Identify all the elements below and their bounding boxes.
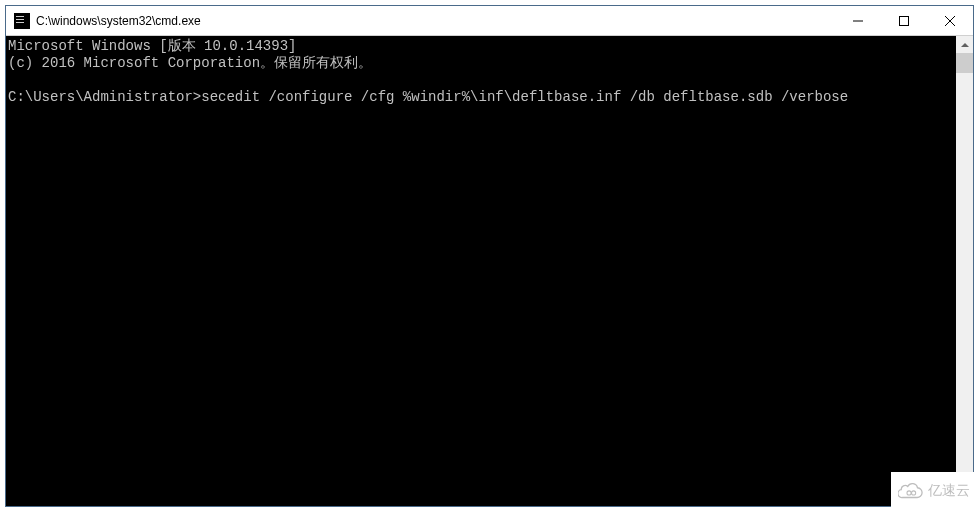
watermark-badge: 亿速云	[891, 472, 977, 510]
svg-marker-4	[961, 43, 969, 47]
cmd-window: C:\windows\system32\cmd.exe Microsoft Wi…	[5, 5, 974, 507]
command-input[interactable]: secedit /configure /cfg %windir%\inf\def…	[201, 89, 848, 105]
output-line: (c) 2016 Microsoft Corporation。保留所有权利。	[8, 55, 372, 71]
svg-point-6	[907, 491, 911, 495]
output-line: Microsoft Windows [版本 10.0.14393]	[8, 38, 296, 54]
cloud-icon	[898, 481, 924, 501]
prompt: C:\Users\Administrator>	[8, 89, 201, 105]
minimize-button[interactable]	[835, 6, 881, 36]
maximize-button[interactable]	[881, 6, 927, 36]
titlebar[interactable]: C:\windows\system32\cmd.exe	[6, 6, 973, 36]
close-button[interactable]	[927, 6, 973, 36]
cmd-icon	[14, 13, 30, 29]
client-area: Microsoft Windows [版本 10.0.14393] (c) 20…	[6, 36, 973, 506]
terminal-output[interactable]: Microsoft Windows [版本 10.0.14393] (c) 20…	[6, 36, 956, 506]
scroll-thumb[interactable]	[956, 53, 973, 73]
watermark-text: 亿速云	[928, 482, 970, 500]
svg-point-7	[912, 491, 916, 495]
scroll-track[interactable]	[956, 53, 973, 489]
scroll-up-button[interactable]	[956, 36, 973, 53]
vertical-scrollbar[interactable]	[956, 36, 973, 506]
window-title: C:\windows\system32\cmd.exe	[36, 14, 201, 28]
svg-rect-1	[900, 16, 909, 25]
